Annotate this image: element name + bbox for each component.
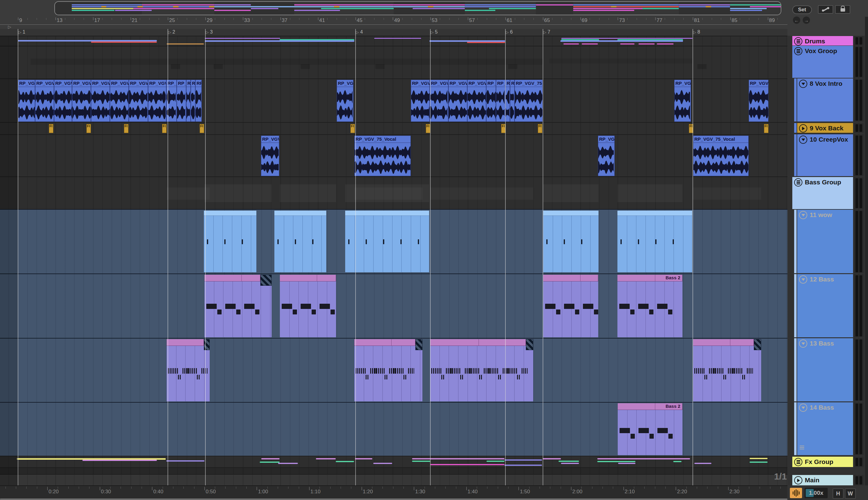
audio-clip[interactable]: RP_VGV_75_Vocal <box>195 80 202 122</box>
track-header-vox-groop[interactable]: Vox Groop <box>792 46 853 78</box>
audio-clip[interactable]: RP_VGV_75_Vocal <box>467 80 486 122</box>
midi-clip-segment[interactable] <box>412 458 504 459</box>
midi-clip-segment[interactable] <box>316 458 336 459</box>
frozen-midi-clip[interactable] <box>205 275 272 337</box>
frozen-midi-clip[interactable] <box>280 275 336 337</box>
audio-clip[interactable]: RP_VGV_75_Vocal <box>430 80 448 122</box>
audio-clip[interactable]: RP_VGV_75_Vocal <box>674 80 691 122</box>
audio-clip[interactable]: RP_VGV_75_Vocal <box>72 80 91 122</box>
midi-clip-segment[interactable] <box>618 463 636 464</box>
frozen-midi-clip[interactable] <box>167 339 210 401</box>
midi-clip-segment[interactable] <box>373 463 392 464</box>
midi-clip-segment[interactable] <box>597 458 690 459</box>
audio-clip[interactable]: RP_VGV_75_Vocal <box>486 80 496 122</box>
midi-clip-segment[interactable] <box>597 461 636 462</box>
right-scroll-strip[interactable] <box>865 17 868 485</box>
unfold-icon[interactable] <box>799 275 807 284</box>
midi-clip-segment[interactable] <box>487 461 504 462</box>
audio-clip[interactable]: RP_VGV_75_Vocal <box>448 80 467 122</box>
unfold-icon[interactable] <box>799 339 807 348</box>
midi-clip-segment[interactable] <box>91 42 157 43</box>
mini-audio-clip[interactable]: Fl <box>87 124 91 133</box>
play-icon[interactable] <box>794 476 802 485</box>
group-icon[interactable] <box>794 47 802 55</box>
audio-clip[interactable]: RP_VGV_75_Vocal <box>191 80 195 122</box>
forward-arrow-button[interactable]: → <box>803 16 810 24</box>
frozen-midi-clip[interactable]: Bass 2 <box>618 403 683 455</box>
track-header-14-bass[interactable]: 14 Bass <box>797 402 853 455</box>
midi-clip-segment[interactable] <box>639 43 655 45</box>
zoom-height-button[interactable]: H <box>833 488 844 499</box>
group-icon[interactable] <box>794 458 802 466</box>
midi-clip-segment[interactable] <box>374 38 421 39</box>
frozen-midi-clip[interactable] <box>543 275 598 337</box>
midi-clip-segment[interactable] <box>563 43 579 45</box>
draw-mode-button[interactable] <box>818 5 833 14</box>
midi-clip-segment[interactable] <box>430 464 504 465</box>
mini-audio-clip[interactable]: Fl <box>689 124 694 133</box>
playback-speed-field[interactable]: 1.00x <box>804 488 828 498</box>
minutes-seconds-ruler[interactable]: 0:200:300:400:501:001:101:201:301:401:50… <box>0 485 787 499</box>
track-header-10-creepvox[interactable]: 10 CreepVox <box>797 134 853 176</box>
audio-clip[interactable]: RP_VGV_75_Vocal <box>54 80 72 122</box>
audio-clip[interactable]: RP_VGV_75_Vocal <box>496 80 505 122</box>
frozen-midi-clip[interactable] <box>354 339 422 401</box>
play-icon[interactable] <box>799 124 807 133</box>
frozen-midi-clip[interactable] <box>204 211 256 272</box>
midi-clip-segment[interactable] <box>673 461 682 462</box>
midi-clip-segment[interactable] <box>561 463 579 464</box>
unfold-icon[interactable] <box>799 211 807 219</box>
midi-clip-segment[interactable] <box>559 461 579 462</box>
audio-clip[interactable]: RP_VGV_75_Vocal <box>354 136 411 176</box>
midi-clip-segment[interactable] <box>355 458 372 459</box>
audio-clip[interactable]: RP_VGV_75_Vocal <box>515 80 542 122</box>
audio-clip[interactable]: RP_VGV_75_Vocal <box>91 80 110 122</box>
audio-clip[interactable]: RP_VGV_75_Vocal <box>186 80 191 122</box>
audio-clip[interactable]: RP_VGV_75_Vocal <box>411 80 430 122</box>
track-header-bass-group[interactable]: Bass Group <box>792 177 853 209</box>
unfold-icon[interactable] <box>799 136 807 144</box>
audio-clip[interactable]: RP_VGV_75_Vocal <box>148 80 166 122</box>
frozen-midi-clip[interactable] <box>430 339 533 401</box>
mini-audio-clip[interactable]: Fl <box>162 124 167 133</box>
group-icon[interactable] <box>794 37 802 45</box>
mini-audio-clip[interactable]: Fl <box>764 124 768 133</box>
audio-clip[interactable]: RP_VGV_75_Vocal <box>749 80 768 122</box>
frozen-midi-clip[interactable] <box>617 211 692 272</box>
audio-clip[interactable]: RP_VGV_75_Vocal <box>336 80 353 122</box>
mini-audio-clip[interactable]: Fl <box>501 124 506 133</box>
midi-clip-segment[interactable] <box>620 43 635 45</box>
audio-clip[interactable]: RP_VGV_75_Vocal <box>166 80 177 122</box>
track-header-13-bass[interactable]: 13 Bass <box>797 338 853 401</box>
group-icon[interactable] <box>794 178 802 186</box>
audio-clip[interactable]: RP_VGV_75_Vocal <box>261 136 279 176</box>
midi-clip-segment[interactable] <box>467 42 505 43</box>
midi-clip-segment[interactable] <box>561 38 693 39</box>
mini-audio-clip[interactable]: Fl <box>538 124 542 133</box>
midi-clip-segment[interactable] <box>542 458 561 459</box>
midi-clip-segment[interactable] <box>205 38 280 39</box>
mini-audio-clip[interactable]: Fl <box>426 124 430 133</box>
track-header-main[interactable]: Main <box>792 475 853 485</box>
track-header-9-vox-back[interactable]: 9 Vox Back <box>797 123 853 133</box>
audition-waveform-button[interactable] <box>790 488 802 498</box>
audio-clip[interactable]: RP_VGV_75_Vocal <box>177 80 186 122</box>
midi-clip-segment[interactable] <box>504 459 542 461</box>
midi-clip-segment[interactable] <box>82 460 157 461</box>
midi-clip-segment[interactable] <box>750 462 768 463</box>
audio-clip[interactable]: RP_VGV_75_Vocal <box>505 80 510 122</box>
frozen-midi-clip[interactable]: Bass 2 <box>617 275 683 337</box>
horizontal-scrollbar[interactable] <box>0 499 787 500</box>
track-header-drums[interactable]: Drums <box>792 36 853 45</box>
frozen-midi-clip[interactable] <box>543 211 598 272</box>
zoom-width-button[interactable]: W <box>845 488 856 499</box>
audio-clip[interactable]: RP_VGV_75_Vocal <box>110 80 129 122</box>
unfold-icon[interactable] <box>799 404 807 412</box>
audio-clip[interactable]: RP_VGV_75_Vocal <box>18 80 35 122</box>
frozen-midi-clip[interactable] <box>693 339 761 401</box>
lock-envelopes-button[interactable] <box>835 5 850 14</box>
track-header-fx-group[interactable]: Fx Group <box>792 457 853 467</box>
audio-clip[interactable]: RP_VGV_75_Vocal <box>35 80 54 122</box>
midi-clip-segment[interactable] <box>166 460 205 462</box>
midi-clip-segment[interactable] <box>278 463 298 464</box>
